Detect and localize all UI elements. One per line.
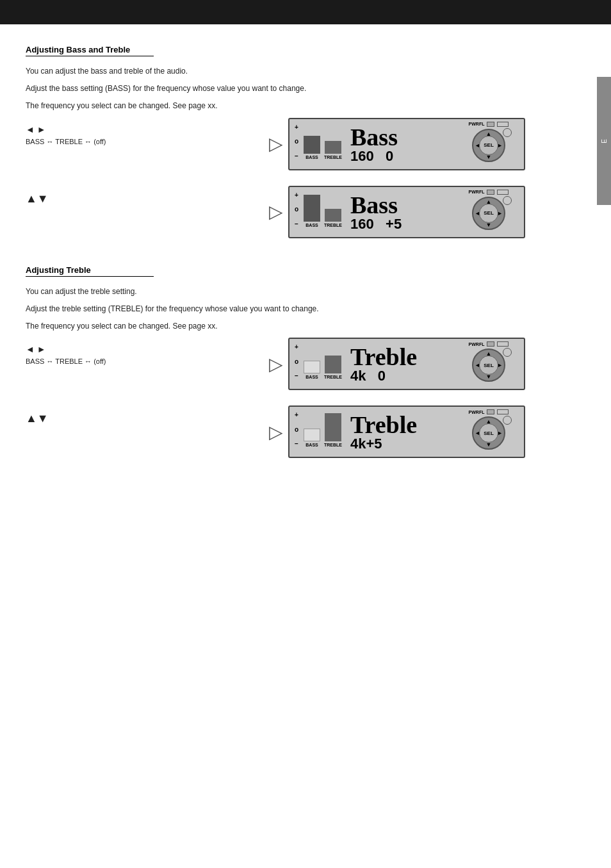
treble-display-1: + o – BASS (288, 338, 525, 390)
display-main-text-4: Treble 4k+5 (350, 410, 453, 454)
bars-area-3: BASS TREBLE (304, 344, 342, 379)
sel-inner-4[interactable]: SEL (479, 423, 498, 443)
sel-control-2[interactable]: ▲ ◄ SEL ► ▼ (472, 197, 505, 230)
pwrfl-rect-1 (497, 122, 509, 127)
sel-down-4: ▼ (486, 441, 492, 448)
treble-step1-lr-arrows: ◄ ► (26, 344, 269, 354)
bass-section: Adjusting Bass and Treble You can adjust… (26, 44, 585, 238)
pwrfl-label-1: PWRFL (469, 122, 485, 126)
bass-step1-exchange: BASS ↔ TREBLE ↔ (off) (26, 136, 269, 147)
display-main-text-1: Bass 160 0 (350, 122, 453, 166)
treble-bar-1 (325, 141, 341, 154)
pwrfl-row-3: PWRFL (469, 341, 509, 347)
pol-labels-4: + o – (295, 412, 298, 447)
display-freq-4: 4k+5 (350, 436, 382, 452)
pol-labels-3: + o – (295, 344, 298, 379)
bars-area-2: BASS TREBLE (304, 192, 342, 227)
sel-up-3: ▲ (486, 350, 492, 357)
pwrfl-rect-4 (497, 409, 509, 414)
treble-lr-arrow-symbol: ◄ ► (26, 344, 46, 354)
treble-step2-updown: ▲▼ (26, 412, 269, 425)
treble-step2-left: ▲▼ (26, 405, 269, 427)
pwrfl-box-2 (487, 190, 494, 195)
display-big-4: Treble (350, 413, 453, 437)
pol-minus-2: – (295, 221, 298, 227)
display-right-3: PWRFL ▲ ◄ SEL (457, 341, 521, 386)
pol-zero-1: o (295, 138, 298, 145)
sel-control-1[interactable]: ▲ ◄ SEL ► ▼ (472, 129, 505, 162)
sel-inner-1[interactable]: SEL (479, 136, 498, 155)
right-circle-1 (503, 128, 512, 137)
display-right-2: PWRFL ▲ ◄ SEL (457, 190, 521, 234)
chevron-bass-1: ▷ (269, 133, 283, 154)
bass-display-1: + o – BASS (288, 118, 525, 170)
sel-area-3: ▲ ◄ SEL ► ▼ (457, 347, 521, 386)
treble-bar-col-1: TREBLE (324, 124, 342, 160)
treble-step2-row: ▲▼ ▷ + o – BASS (26, 405, 585, 458)
chevron-treble-1: ▷ (269, 354, 283, 375)
sel-control-4[interactable]: ▲ ◄ SEL ► ▼ (472, 416, 505, 450)
bass-step1-left: ◄ ► BASS ↔ TREBLE ↔ (off) (26, 118, 269, 151)
pol-zero-2: o (295, 206, 298, 213)
pol-minus-3: – (295, 373, 298, 379)
pwrfl-row-4: PWRFL (469, 409, 509, 414)
sel-right-3: ► (497, 362, 503, 368)
treble-updown-symbol: ▲▼ (26, 412, 49, 425)
bass-bar-4 (304, 429, 320, 441)
bass-body-3: The frequency you select can be changed.… (26, 100, 585, 112)
sel-label-4: SEL (484, 430, 494, 436)
bass-display-2: + o – BASS (288, 186, 525, 238)
sel-right-2: ► (497, 210, 503, 217)
display-val-2: +5 (386, 216, 402, 232)
sel-left-4: ◄ (475, 430, 480, 436)
pol-plus-3: + (295, 344, 298, 350)
pwrfl-row-1: PWRFL (469, 122, 509, 127)
bass-section-title: Adjusting Bass and Treble (26, 45, 154, 56)
treble-bar-label-2: TREBLE (324, 223, 342, 227)
sel-left-3: ◄ (475, 362, 480, 368)
bass-bar-2 (304, 195, 320, 222)
pwrfl-rect-2 (497, 190, 509, 195)
pwrfl-label-3: PWRFL (469, 342, 485, 347)
sel-label-2: SEL (484, 210, 494, 216)
bass-bar-col-3: BASS (304, 344, 320, 379)
display-main-text-2: Bass 160 +5 (350, 190, 453, 234)
bars-area-4: BASS TREBLE (304, 412, 342, 447)
right-circle-4 (503, 416, 512, 425)
bass-step2-display-col: ▷ + o – BASS (269, 186, 585, 238)
treble-bar-col-3: TREBLE (324, 344, 342, 379)
pwrfl-box-3 (487, 341, 494, 347)
display-val-3: 0 (378, 368, 386, 384)
bass-bar-label-1: BASS (306, 155, 318, 160)
display-big-2: Bass (350, 193, 453, 217)
treble-bar-col-4: TREBLE (324, 412, 342, 447)
display-small-3: 4k 0 (350, 369, 453, 383)
treble-bar-col-2: TREBLE (324, 192, 342, 227)
bass-bar-3 (304, 361, 320, 373)
sel-inner-2[interactable]: SEL (479, 204, 498, 223)
treble-step1-left: ◄ ► BASS ↔ TREBLE ↔ (off) (26, 338, 269, 370)
sel-left-1: ◄ (475, 142, 480, 149)
sel-up-2: ▲ (486, 199, 492, 205)
sel-control-3[interactable]: ▲ ◄ SEL ► ▼ (472, 348, 505, 382)
sel-down-2: ▼ (486, 222, 492, 228)
sel-down-3: ▼ (486, 373, 492, 380)
pol-minus-4: – (295, 441, 298, 447)
bass-step2-updown: ▲▼ (26, 192, 269, 206)
pol-zero-4: o (295, 427, 298, 433)
display-main-text-3: Treble 4k 0 (350, 342, 453, 386)
pol-labels-2: + o – (295, 192, 298, 227)
bass-bar-col-2: BASS (304, 192, 320, 227)
display-small-2: 160 +5 (350, 217, 453, 231)
bass-updown-symbol: ▲▼ (26, 192, 49, 206)
bass-step1-display-col: ▷ + o – BASS (269, 118, 585, 170)
sel-inner-3[interactable]: SEL (479, 356, 498, 375)
header-bar (0, 0, 611, 24)
display-freq-2: 160 (350, 216, 374, 232)
bass-bar-label-3: BASS (306, 375, 318, 379)
sel-area-2: ▲ ◄ SEL ► ▼ (457, 195, 521, 234)
chevron-bass-2: ▷ (269, 201, 283, 222)
pol-labels-1: + o – (295, 124, 298, 160)
chevron-treble-2: ▷ (269, 422, 283, 443)
treble-bar-label-1: TREBLE (324, 155, 342, 160)
